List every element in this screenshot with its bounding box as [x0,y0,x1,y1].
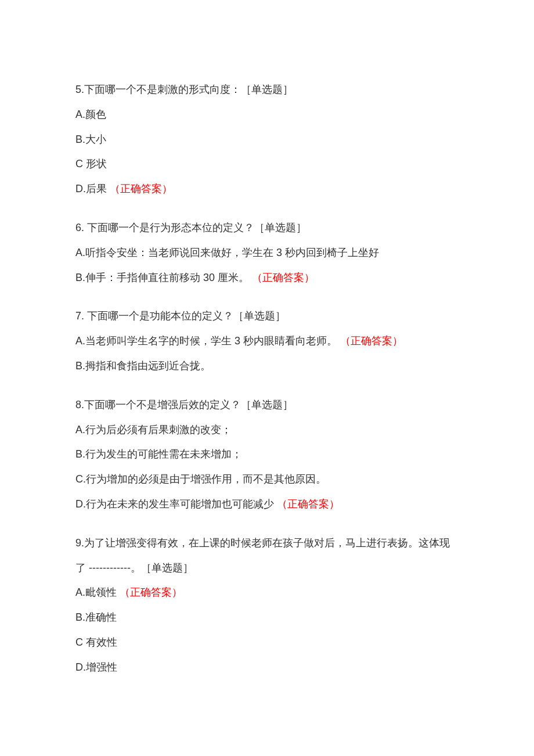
option-label: D.后果 [75,183,107,195]
answer-marker: （正确答案） [277,498,340,510]
option-label: B.拇指和食指由远到近合拢。 [75,360,211,372]
option-c: C 有效性 [75,634,459,651]
option-b: B.大小 [75,131,459,148]
option-b: B.拇指和食指由远到近合拢。 [75,358,459,375]
answer-marker: （正确答案） [252,272,315,283]
option-label: B.大小 [75,134,106,145]
option-label: B.准确性 [75,611,117,623]
option-label: B.伸手：手指伸直往前移动 30 厘米。 [75,272,249,283]
option-d: D.行为在未来的发生率可能增加也可能减少 （正确答案） [75,496,459,513]
option-label: C 形状 [75,158,107,170]
option-label: A.听指令安坐：当老师说回来做好，学生在 3 秒内回到椅子上坐好 [75,247,379,258]
option-c: C.行为增加的必须是由于增强作用，而不是其他原因。 [75,471,459,488]
question-prompt-line1: 9.为了让增强变得有效，在上课的时候老师在孩子做对后，马上进行表扬。这体现 [75,535,459,552]
question-prompt: 5.下面哪一个不是刺激的形式向度：［单选题］ [75,81,459,98]
question-prompt: 7. 下面哪一个是功能本位的定义？［单选题］ [75,308,459,325]
option-label: A.毗领性 [75,586,117,598]
option-a: A.听指令安坐：当老师说回来做好，学生在 3 秒内回到椅子上坐好 [75,244,459,261]
option-label: B.行为发生的可能性需在未来增加； [75,448,242,460]
option-d: D.增强性 [75,659,459,676]
question-6: 6. 下面哪一个是行为形态本位的定义？［单选题］ A.听指令安坐：当老师说回来做… [75,219,459,286]
option-a: A.颜色 [75,106,459,123]
option-b: B.伸手：手指伸直往前移动 30 厘米。 （正确答案） [75,269,459,286]
option-label: D.行为在未来的发生率可能增加也可能减少 [75,498,274,510]
option-label: A.颜色 [75,109,106,120]
option-label: C 有效性 [75,636,117,648]
question-9: 9.为了让增强变得有效，在上课的时候老师在孩子做对后，马上进行表扬。这体现 了 … [75,535,459,676]
answer-marker: （正确答案） [110,183,172,195]
option-a: A.毗领性 （正确答案） [75,584,459,601]
option-label: A.当老师叫学生名字的时候，学生 3 秒内眼睛看向老师。 [75,335,337,347]
option-d: D.后果 （正确答案） [75,181,459,197]
question-5: 5.下面哪一个不是刺激的形式向度：［单选题］ A.颜色 B.大小 C 形状 D.… [75,81,459,197]
answer-marker: （正确答案） [340,335,403,347]
option-c: C 形状 [75,156,459,172]
question-8: 8.下面哪一个不是增强后效的定义？［单选题］ A.行为后必须有后果刺激的改变； … [75,397,459,513]
option-b: B.准确性 [75,609,459,626]
option-label: C.行为增加的必须是由于增强作用，而不是其他原因。 [75,473,326,485]
option-label: D.增强性 [75,661,117,673]
question-prompt: 8.下面哪一个不是增强后效的定义？［单选题］ [75,397,459,413]
question-7: 7. 下面哪一个是功能本位的定义？［单选题］ A.当老师叫学生名字的时候，学生 … [75,308,459,374]
option-a: A.行为后必须有后果刺激的改变； [75,422,459,438]
answer-marker: （正确答案） [120,586,182,598]
option-b: B.行为发生的可能性需在未来增加； [75,446,459,463]
question-prompt: 6. 下面哪一个是行为形态本位的定义？［单选题］ [75,219,459,236]
question-prompt-line2: 了 ------------。［单选题］ [75,560,459,577]
option-a: A.当老师叫学生名字的时候，学生 3 秒内眼睛看向老师。 （正确答案） [75,333,459,350]
option-label: A.行为后必须有后果刺激的改变； [75,424,232,435]
